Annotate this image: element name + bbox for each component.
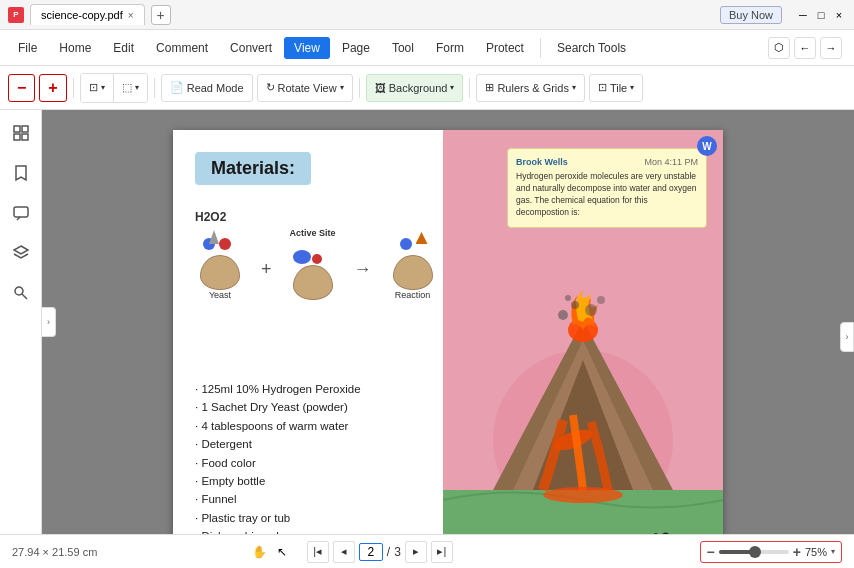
menu-separator — [540, 38, 541, 58]
reaction-diagram: Reaction — [388, 230, 438, 300]
list-item-6: · Empty bottle — [195, 472, 361, 490]
menu-search-tools[interactable]: Search Tools — [547, 37, 636, 59]
tile-button[interactable]: ⊡ Tile ▾ — [589, 74, 643, 102]
menu-file[interactable]: File — [8, 37, 47, 59]
navigation-icons: ✋ ↖ — [251, 543, 291, 561]
list-item-4: · Detergent — [195, 435, 361, 453]
menu-edit[interactable]: Edit — [103, 37, 144, 59]
buy-now-button[interactable]: Buy Now — [720, 6, 782, 24]
background-button[interactable]: 🖼 Background ▾ — [366, 74, 464, 102]
zoom-out-status-button[interactable]: − — [707, 544, 715, 560]
hand-tool-icon[interactable]: ✋ — [251, 543, 269, 561]
zoom-controls: − + 75% ▾ — [700, 541, 842, 563]
comment-bubble: Brook Wells Mon 4:11 PM Hydrogen peroxid… — [507, 148, 707, 228]
total-pages: 3 — [394, 545, 401, 559]
last-page-button[interactable]: ▸| — [431, 541, 453, 563]
list-item-7: · Funnel — [195, 490, 361, 508]
document-tab[interactable]: science-copy.pdf × — [30, 4, 145, 25]
zoom-out-button[interactable]: − — [8, 74, 35, 102]
zoom-dropdown-icon[interactable]: ▾ — [831, 547, 835, 556]
svg-point-20 — [543, 487, 623, 503]
diagram-area: H2O2 Yeast + — [195, 210, 455, 370]
minimize-button[interactable]: ─ — [796, 8, 810, 22]
zoom-slider-thumb[interactable] — [749, 546, 761, 558]
first-page-button[interactable]: |◂ — [307, 541, 329, 563]
right-panel: Brook Wells Mon 4:11 PM Hydrogen peroxid… — [443, 130, 723, 534]
zoom-in-button[interactable]: + — [39, 74, 66, 102]
close-button[interactable]: × — [832, 8, 846, 22]
h2o2-label: H2O2 — [195, 210, 455, 224]
zoom-slider[interactable] — [719, 550, 789, 554]
sidebar-item-layers[interactable] — [6, 238, 36, 268]
svg-rect-4 — [14, 207, 28, 217]
svg-rect-0 — [14, 126, 20, 132]
title-bar: P science-copy.pdf × + Buy Now ─ □ × — [0, 0, 854, 30]
materials-list: · 125ml 10% Hydrogen Peroxide · 1 Sachet… — [195, 380, 361, 534]
reaction-label: Reaction — [388, 290, 438, 300]
list-item-1: · 125ml 10% Hydrogen Peroxide — [195, 380, 361, 398]
page-navigation: |◂ ◂ / 3 ▸ ▸| — [307, 541, 453, 563]
comment-header: Brook Wells Mon 4:11 PM — [516, 157, 698, 167]
sidebar-item-search[interactable] — [6, 278, 36, 308]
zoom-percentage: 75% — [805, 546, 827, 558]
page-separator: / — [387, 545, 390, 559]
prev-page-button[interactable]: ◂ — [333, 541, 355, 563]
svg-point-5 — [15, 287, 23, 295]
select-tool-button[interactable]: ⬚ ▾ — [114, 74, 147, 102]
nav-forward-button[interactable]: → — [820, 37, 842, 59]
yeast-diagram: Yeast — [195, 230, 245, 300]
menu-tool[interactable]: Tool — [382, 37, 424, 59]
list-item-5: · Food color — [195, 454, 361, 472]
reaction-arrow: + — [261, 259, 272, 280]
svg-rect-1 — [22, 126, 28, 132]
menu-protect[interactable]: Protect — [476, 37, 534, 59]
menu-page[interactable]: Page — [332, 37, 380, 59]
menu-convert[interactable]: Convert — [220, 37, 282, 59]
rulers-grids-button[interactable]: ⊞ Rulers & Grids ▾ — [476, 74, 585, 102]
world-icon: W — [697, 136, 717, 156]
reaction-arrow-2: → — [354, 259, 372, 280]
materials-heading: Materials: — [195, 152, 311, 185]
read-mode-button[interactable]: 📄 Read Mode — [161, 74, 253, 102]
toolbar-separator-3 — [359, 78, 360, 98]
current-page-input[interactable] — [359, 543, 383, 561]
sidebar-item-comments[interactable] — [6, 198, 36, 228]
left-panel-collapse-button[interactable]: › — [42, 307, 56, 337]
new-tab-button[interactable]: + — [151, 5, 171, 25]
right-panel-collapse-button[interactable]: › — [840, 322, 854, 352]
svg-point-15 — [558, 310, 568, 320]
nav-back-button[interactable]: ← — [794, 37, 816, 59]
page-indicator: / 3 — [359, 543, 401, 561]
share-button[interactable]: ⬡ — [768, 37, 790, 59]
svg-point-18 — [597, 296, 605, 304]
pdf-page: Materials: H2O2 Yeast — [173, 130, 723, 534]
tab-close-button[interactable]: × — [128, 10, 134, 21]
toolbar-separator-2 — [154, 78, 155, 98]
svg-point-16 — [571, 301, 579, 309]
list-item-2: · 1 Sachet Dry Yeast (powder) — [195, 398, 361, 416]
cursor-tool-icon[interactable]: ↖ — [273, 543, 291, 561]
svg-point-19 — [565, 295, 571, 301]
svg-line-6 — [22, 294, 27, 299]
menu-form[interactable]: Form — [426, 37, 474, 59]
svg-rect-3 — [22, 134, 28, 140]
menu-comment[interactable]: Comment — [146, 37, 218, 59]
menu-home[interactable]: Home — [49, 37, 101, 59]
fit-width-button[interactable]: ⊡ ▾ — [81, 74, 114, 102]
sidebar-item-bookmarks[interactable] — [6, 158, 36, 188]
menu-view[interactable]: View — [284, 37, 330, 59]
restore-button[interactable]: □ — [814, 8, 828, 22]
sidebar-item-thumbnails[interactable] — [6, 118, 36, 148]
active-site-diagram: Active Site — [288, 228, 338, 300]
rotate-view-button[interactable]: ↻ Rotate View ▾ — [257, 74, 353, 102]
left-sidebar — [0, 110, 42, 534]
toolbar: − + ⊡ ▾ ⬚ ▾ 📄 Read Mode ↻ Rotate View ▾ … — [0, 66, 854, 110]
toolbar-separator-4 — [469, 78, 470, 98]
tab-label: science-copy.pdf — [41, 9, 123, 21]
volcano-illustration: 4400°c — [443, 240, 723, 534]
next-page-button[interactable]: ▸ — [405, 541, 427, 563]
main-content: Materials: H2O2 Yeast — [0, 110, 854, 534]
zoom-in-status-button[interactable]: + — [793, 544, 801, 560]
app-icon: P — [8, 7, 24, 23]
pdf-viewer[interactable]: Materials: H2O2 Yeast — [42, 110, 854, 534]
